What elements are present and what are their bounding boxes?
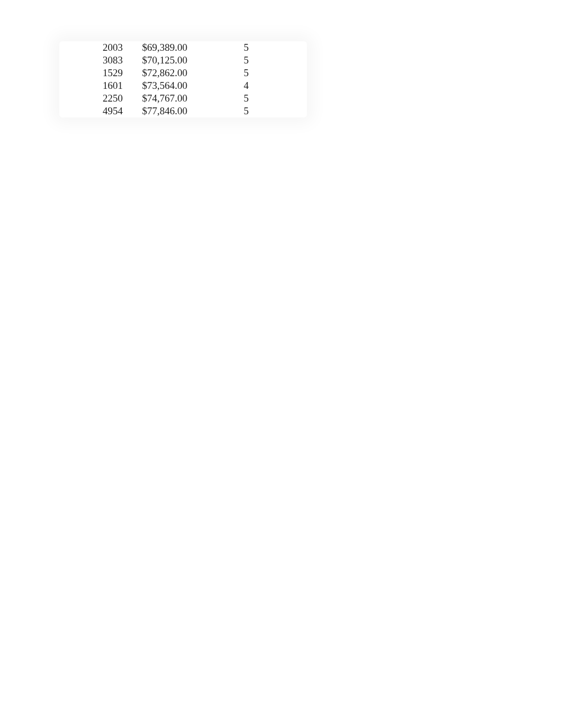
cell-count: 5 bbox=[212, 92, 307, 105]
cell-id: 2003 bbox=[59, 41, 127, 54]
cell-id: 3083 bbox=[59, 54, 127, 67]
table-row: 4954 $77,846.00 5 bbox=[59, 105, 307, 117]
table-row: 3083 $70,125.00 5 bbox=[59, 54, 307, 67]
cell-count: 4 bbox=[212, 79, 307, 92]
cell-amount: $73,564.00 bbox=[127, 79, 212, 92]
cell-count: 5 bbox=[212, 67, 307, 79]
table-row: 1529 $72,862.00 5 bbox=[59, 67, 307, 79]
cell-id: 1529 bbox=[59, 67, 127, 79]
cell-amount: $77,846.00 bbox=[127, 105, 212, 117]
cell-amount: $69,389.00 bbox=[127, 41, 212, 54]
cell-id: 2250 bbox=[59, 92, 127, 105]
cell-count: 5 bbox=[212, 105, 307, 117]
data-table-wrapper: 2003 $69,389.00 5 3083 $70,125.00 5 1529… bbox=[59, 41, 307, 117]
data-table: 2003 $69,389.00 5 3083 $70,125.00 5 1529… bbox=[59, 41, 307, 117]
cell-count: 5 bbox=[212, 54, 307, 67]
table-row: 1601 $73,564.00 4 bbox=[59, 79, 307, 92]
cell-amount: $74,767.00 bbox=[127, 92, 212, 105]
cell-amount: $70,125.00 bbox=[127, 54, 212, 67]
cell-amount: $72,862.00 bbox=[127, 67, 212, 79]
table-row: 2003 $69,389.00 5 bbox=[59, 41, 307, 54]
cell-id: 4954 bbox=[59, 105, 127, 117]
table-row: 2250 $74,767.00 5 bbox=[59, 92, 307, 105]
cell-count: 5 bbox=[212, 41, 307, 54]
cell-id: 1601 bbox=[59, 79, 127, 92]
